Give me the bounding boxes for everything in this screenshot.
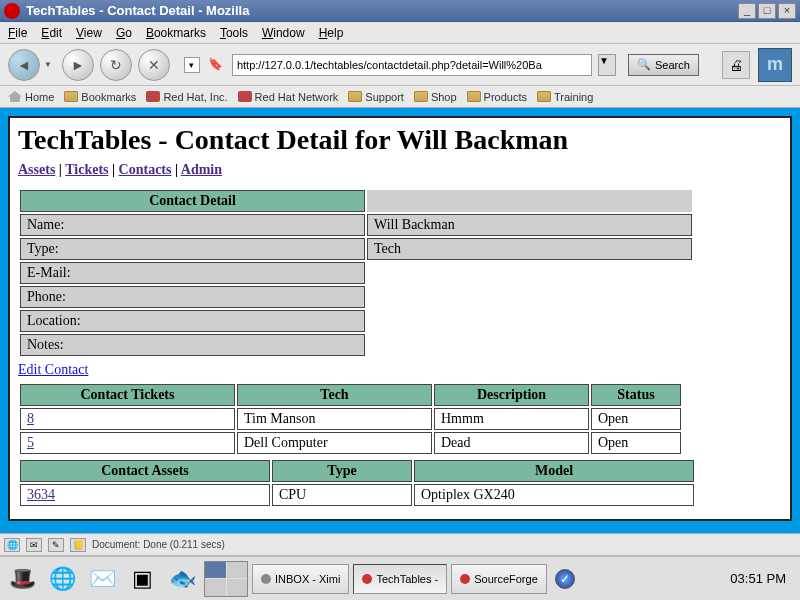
- asset-model: Optiplex GX240: [414, 484, 694, 506]
- stop-button[interactable]: ✕: [138, 49, 170, 81]
- print-button[interactable]: 🖨: [722, 51, 750, 79]
- mail-icon[interactable]: ✉: [26, 538, 42, 552]
- ticket-desc: Dead: [434, 432, 589, 454]
- detail-label: Location:: [20, 310, 365, 332]
- menu-edit[interactable]: Edit: [41, 26, 62, 40]
- taskbar-window-button[interactable]: TechTables -: [353, 564, 447, 594]
- folder-icon: [467, 91, 481, 102]
- minimize-button[interactable]: _: [738, 3, 756, 19]
- back-dropdown-icon[interactable]: ▼: [44, 60, 52, 69]
- assets-header: Model: [414, 460, 694, 482]
- workspace-1[interactable]: [205, 562, 226, 579]
- ticket-link[interactable]: 5: [27, 435, 34, 450]
- gimp-launcher-icon[interactable]: 🐟: [164, 561, 200, 597]
- bookmark-item-shop[interactable]: Shop: [414, 91, 457, 103]
- workspace-2[interactable]: [227, 562, 248, 579]
- detail-row: Type:Tech: [20, 238, 692, 260]
- ticket-link[interactable]: 8: [27, 411, 34, 426]
- app-dot-icon: [460, 574, 470, 584]
- update-tray-icon[interactable]: ✓: [555, 569, 575, 589]
- detail-label: E-Mail:: [20, 262, 365, 284]
- nav-link-contacts[interactable]: Contacts: [119, 162, 172, 177]
- folder-icon: [414, 91, 428, 102]
- link-icon: [146, 91, 160, 102]
- navigator-icon[interactable]: 🌐: [4, 538, 20, 552]
- menu-help[interactable]: Help: [319, 26, 344, 40]
- search-button[interactable]: 🔍 Search: [628, 54, 699, 76]
- browser-viewport[interactable]: TechTables - Contact Detail for Will Bac…: [0, 108, 800, 533]
- bookmark-item-home[interactable]: Home: [8, 91, 54, 103]
- nav-link-assets[interactable]: Assets: [18, 162, 55, 177]
- addressbook-icon[interactable]: 📒: [70, 538, 86, 552]
- menu-bar: File Edit View Go Bookmarks Tools Window…: [0, 22, 800, 44]
- maximize-button[interactable]: □: [758, 3, 776, 19]
- search-label: Search: [655, 59, 690, 71]
- menu-tools[interactable]: Tools: [220, 26, 248, 40]
- bookmark-item-products[interactable]: Products: [467, 91, 527, 103]
- status-text: Document: Done (0.211 secs): [92, 539, 796, 550]
- system-taskbar: 🎩 🌐 ✉️ ▣ 🐟 INBOX - XimiTechTables -Sourc…: [0, 555, 800, 600]
- bookmark-page-icon[interactable]: 🔖: [208, 57, 224, 73]
- back-button[interactable]: ◄: [8, 49, 40, 81]
- menu-file[interactable]: File: [8, 26, 27, 40]
- ticket-tech: Dell Computer: [237, 432, 432, 454]
- home-icon: [8, 91, 22, 102]
- navigation-toolbar: ◄ ▼ ► ↻ ✕ ▾ 🔖 ▼ 🔍 Search 🖨 m: [0, 44, 800, 86]
- taskbar-window-button[interactable]: SourceForge: [451, 564, 547, 594]
- ticket-row: 8Tim MansonHmmmOpen: [20, 408, 681, 430]
- link-icon: [238, 91, 252, 102]
- asset-link[interactable]: 3634: [27, 487, 55, 502]
- bookmark-item-bookmarks[interactable]: Bookmarks: [64, 91, 136, 103]
- detail-label: Type:: [20, 238, 365, 260]
- detail-row: E-Mail:: [20, 262, 692, 284]
- url-dropdown-button[interactable]: ▼: [598, 54, 616, 76]
- bookmark-item-red-hat-network[interactable]: Red Hat Network: [238, 91, 339, 103]
- window-title: TechTables - Contact Detail - Mozilla: [26, 3, 736, 18]
- tickets-header: Status: [591, 384, 681, 406]
- app-dot-icon: [362, 574, 372, 584]
- forward-button[interactable]: ►: [62, 49, 94, 81]
- workspace-pager[interactable]: [204, 561, 248, 597]
- bookmark-item-red-hat-inc-[interactable]: Red Hat, Inc.: [146, 91, 227, 103]
- bookmark-item-support[interactable]: Support: [348, 91, 404, 103]
- web-browser-launcher-icon[interactable]: 🌐: [44, 561, 80, 597]
- detail-label: Name:: [20, 214, 365, 236]
- redhat-menu-icon[interactable]: 🎩: [4, 561, 40, 597]
- nav-link-admin[interactable]: Admin: [181, 162, 222, 177]
- email-launcher-icon[interactable]: ✉️: [84, 561, 120, 597]
- contact-detail-header: Contact Detail: [20, 190, 365, 212]
- url-input[interactable]: [232, 54, 592, 76]
- reload-button[interactable]: ↻: [100, 49, 132, 81]
- terminal-launcher-icon[interactable]: ▣: [124, 561, 160, 597]
- contact-detail-table: Contact DetailName:Will BackmanType:Tech…: [18, 188, 694, 358]
- page-content: TechTables - Contact Detail for Will Bac…: [8, 116, 792, 521]
- folder-icon: [64, 91, 78, 102]
- workspace-4[interactable]: [227, 579, 248, 596]
- contact-assets-table: Contact AssetsTypeModel3634CPUOptiplex G…: [18, 458, 696, 508]
- detail-value: Tech: [367, 238, 692, 260]
- ticket-tech: Tim Manson: [237, 408, 432, 430]
- asset-row: 3634CPUOptiplex GX240: [20, 484, 694, 506]
- mozilla-logo-icon: m: [758, 48, 792, 82]
- edit-contact-link[interactable]: Edit Contact: [18, 362, 88, 378]
- asset-type: CPU: [272, 484, 412, 506]
- ticket-row: 5Dell ComputerDeadOpen: [20, 432, 681, 454]
- detail-row: Location:: [20, 310, 692, 332]
- menu-bookmarks[interactable]: Bookmarks: [146, 26, 206, 40]
- url-history-dropdown[interactable]: ▾: [184, 57, 200, 73]
- detail-label: Notes:: [20, 334, 365, 356]
- nav-link-tickets[interactable]: Tickets: [65, 162, 108, 177]
- taskbar-window-button[interactable]: INBOX - Ximi: [252, 564, 349, 594]
- menu-go[interactable]: Go: [116, 26, 132, 40]
- composer-icon[interactable]: ✎: [48, 538, 64, 552]
- ticket-id-cell: 5: [20, 432, 235, 454]
- menu-view[interactable]: View: [76, 26, 102, 40]
- tickets-header: Contact Tickets: [20, 384, 235, 406]
- detail-row: Phone:: [20, 286, 692, 308]
- ticket-status: Open: [591, 432, 681, 454]
- workspace-3[interactable]: [205, 579, 226, 596]
- system-clock[interactable]: 03:51 PM: [720, 571, 796, 586]
- close-button[interactable]: ×: [778, 3, 796, 19]
- menu-window[interactable]: Window: [262, 26, 305, 40]
- bookmark-item-training[interactable]: Training: [537, 91, 593, 103]
